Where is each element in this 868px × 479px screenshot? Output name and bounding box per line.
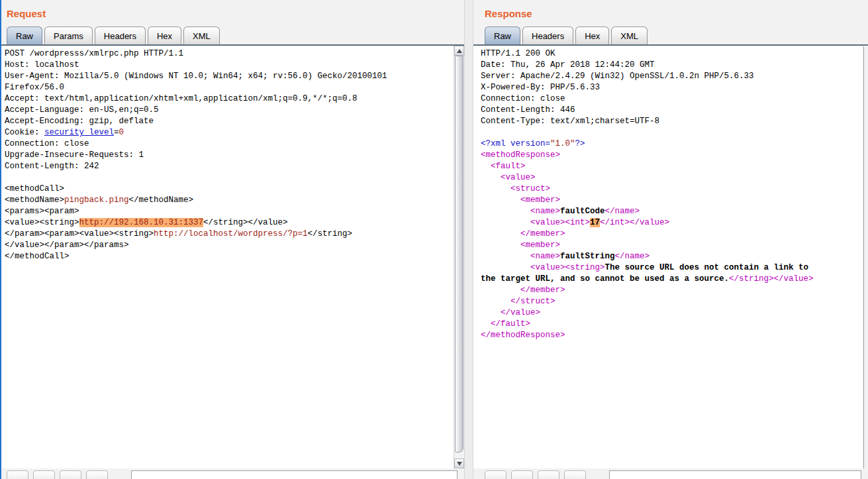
code-line: </param><param><value><string>http://loc… <box>5 229 454 240</box>
tab-xml[interactable]: XML <box>611 27 648 44</box>
code-line: <params><param> <box>5 206 454 217</box>
code-line: <name>faultCode</name> <box>481 206 868 217</box>
panel-splitter[interactable] <box>464 0 473 479</box>
code-line: Firefox/56.0 <box>5 82 454 93</box>
code-line: <value><string>The source URL does not c… <box>481 262 868 274</box>
code-line: </value> <box>481 307 868 319</box>
code-line: </struct> <box>481 296 868 307</box>
code-line: <struct> <box>481 184 868 195</box>
response-editor-wrap: HTTP/1.1 200 OKDate: Thu, 26 Apr 2018 12… <box>473 46 868 468</box>
search-bar-button[interactable] <box>564 470 586 479</box>
code-line: Content-Length: 242 <box>5 161 454 172</box>
scroll-down-button[interactable] <box>454 458 464 468</box>
search-input[interactable] <box>609 470 861 479</box>
window-edge-highlight <box>0 0 1 479</box>
code-line: <methodName>pingback.ping</methodName> <box>5 195 454 206</box>
code-line: <value><int>17</int></value> <box>481 217 868 229</box>
code-line: </value></param></params> <box>5 240 454 251</box>
search-bar-button[interactable] <box>7 470 28 479</box>
code-line <box>481 127 868 138</box>
request-vertical-scrollbar[interactable] <box>454 46 464 468</box>
code-line: the target URL, and so cannot be used as… <box>481 274 868 285</box>
scroll-up-button[interactable] <box>454 46 464 56</box>
code-line: <methodResponse> <box>481 150 868 161</box>
tab-hex[interactable]: Hex <box>148 27 181 44</box>
triangle-up-icon <box>457 49 462 53</box>
code-line: Connection: close <box>5 138 454 150</box>
code-line: Content-Length: 446 <box>481 105 868 116</box>
code-line: X-Powered-By: PHP/5.6.33 <box>481 82 868 93</box>
triangle-down-icon <box>457 462 462 466</box>
code-line <box>5 172 454 184</box>
search-bar-button[interactable] <box>60 470 81 479</box>
code-line: </methodCall> <box>5 251 454 262</box>
code-line: <?xml version="1.0"?> <box>481 138 868 150</box>
request-panel: Request RawParamsHeadersHexXML POST /wor… <box>1 0 464 479</box>
request-tabbar: RawParamsHeadersHexXML <box>1 27 464 46</box>
response-panel-title: Response <box>473 0 868 27</box>
request-editor-wrap: POST /wordpresss/xmlrpc.php HTTP/1.1Host… <box>1 46 464 468</box>
tab-headers[interactable]: Headers <box>95 27 146 44</box>
tab-headers[interactable]: Headers <box>522 27 573 44</box>
search-bar-button[interactable] <box>485 470 506 479</box>
request-search-bar <box>1 468 464 479</box>
code-line: Upgrade-Insecure-Requests: 1 <box>5 150 454 161</box>
tab-raw[interactable]: Raw <box>7 27 42 44</box>
response-vertical-scrollbar[interactable] <box>863 46 868 468</box>
search-bar-button[interactable] <box>33 470 55 479</box>
code-line: <member> <box>481 240 868 251</box>
scrollbar-thumb[interactable] <box>455 56 463 452</box>
code-line: </member> <box>481 285 868 296</box>
search-bar-button[interactable] <box>86 470 108 479</box>
code-line: Server: Apache/2.4.29 (Win32) OpenSSL/1.… <box>481 71 868 82</box>
tab-raw[interactable]: Raw <box>485 27 520 44</box>
code-line: Date: Thu, 26 Apr 2018 12:44:20 GMT <box>481 60 868 71</box>
code-line: </methodResponse> <box>481 330 868 341</box>
code-line: <value> <box>481 172 868 184</box>
request-raw-editor[interactable]: POST /wordpresss/xmlrpc.php HTTP/1.1Host… <box>1 46 454 468</box>
search-bar-button[interactable] <box>538 470 559 479</box>
message-editor-workspace: Request RawParamsHeadersHexXML POST /wor… <box>0 0 868 479</box>
tab-xml[interactable]: XML <box>183 27 220 44</box>
code-line: Accept-Encoding: gzip, deflate <box>5 116 454 127</box>
code-line: Connection: close <box>481 93 868 105</box>
code-line: <name>faultString</name> <box>481 251 868 262</box>
code-line: </fault> <box>481 319 868 330</box>
search-input[interactable] <box>131 470 458 479</box>
tab-hex[interactable]: Hex <box>575 27 609 44</box>
response-panel: Response RawHeadersHexXML HTTP/1.1 200 O… <box>473 0 868 479</box>
search-bar-button[interactable] <box>511 470 533 479</box>
code-line: Host: localhost <box>5 60 454 71</box>
request-panel-title: Request <box>1 0 464 27</box>
code-line: Content-Type: text/xml;charset=UTF-8 <box>481 116 868 127</box>
code-line: Cookie: security_level=0 <box>5 127 454 138</box>
code-line: <methodCall> <box>5 184 454 195</box>
code-line: POST /wordpresss/xmlrpc.php HTTP/1.1 <box>5 48 454 60</box>
code-line: <fault> <box>481 161 868 172</box>
code-line: </member> <box>481 229 868 240</box>
code-line: <value><string>http://192.168.10.31:1337… <box>5 217 454 229</box>
tab-params[interactable]: Params <box>44 27 93 44</box>
code-line: User-Agent: Mozilla/5.0 (Windows NT 10.0… <box>5 71 454 82</box>
response-search-bar <box>473 468 868 479</box>
code-line: Accept: text/html,application/xhtml+xml,… <box>5 93 454 105</box>
code-line: Accept-Language: en-US,en;q=0.5 <box>5 105 454 116</box>
code-line: <member> <box>481 195 868 206</box>
response-raw-editor[interactable]: HTTP/1.1 200 OKDate: Thu, 26 Apr 2018 12… <box>473 46 868 468</box>
response-tabbar: RawHeadersHexXML <box>473 27 868 46</box>
code-line: HTTP/1.1 200 OK <box>481 48 868 60</box>
